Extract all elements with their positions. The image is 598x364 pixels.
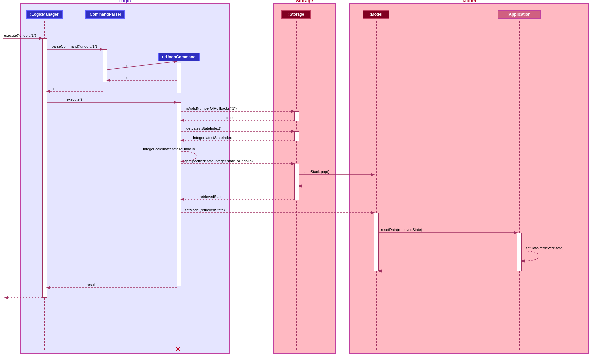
activation-storage-2	[294, 131, 299, 141]
msg-execute: execute()	[67, 97, 82, 101]
msg-resetdata: resetData(retrievedState)	[381, 228, 422, 232]
msg-parsecommand: parseCommand("undo u/1")	[52, 44, 97, 48]
logic-frame-label: Logic	[118, 0, 131, 3]
lifeline-terminator-undocommand: ✕	[175, 346, 180, 353]
msg-u-return1: u	[126, 76, 128, 80]
activation-application	[517, 233, 522, 271]
msg-integer-latest: Integer latestStateIndex	[193, 136, 232, 140]
lifeline-model: :Model	[363, 10, 389, 19]
activation-undocommand-2	[177, 102, 181, 286]
storage-frame: Storage	[273, 3, 336, 354]
activation-logicmanager	[42, 38, 47, 298]
msg-retrieved: retrievedState	[200, 195, 222, 199]
msg-integer-calculate: Integer calculateStateToUndoTo	[143, 147, 195, 151]
msg-setmodel: setModel(retrievedState)	[185, 208, 225, 212]
model-frame: Model	[349, 3, 589, 354]
msg-true: true	[226, 116, 233, 120]
lifeline-commandparser: :CommandParser	[85, 10, 125, 19]
model-frame-label: Model	[463, 0, 476, 3]
lifeline-line-model	[376, 21, 377, 350]
storage-frame-label: Storage	[296, 0, 313, 3]
msg-statestack: stateStack.pop()	[303, 170, 329, 174]
activation-undocommand-1	[177, 63, 181, 93]
msg-getlatest: getLatestStateIndex()	[186, 126, 221, 130]
lifeline-line-application	[519, 21, 520, 350]
activation-storage-1	[294, 111, 299, 121]
lifeline-storage: :Storage	[281, 10, 311, 19]
lifeline-undocommand: u:UndoCommand	[158, 53, 200, 61]
msg-u-return2: u	[52, 87, 54, 91]
msg-isvalid: isValidNumberOfRollbacks("1")	[186, 106, 237, 110]
lifeline-application: :Application	[498, 10, 541, 19]
msg-u-create: u	[126, 64, 128, 68]
msg-execute-undo: execute("undo u/1")	[4, 33, 36, 37]
msg-getspecified: getSpecifiedState(Integer stateToUndoTo)	[185, 159, 253, 163]
sequence-diagram: Logic Storage Model :LogicManager :Comma…	[0, 0, 598, 364]
msg-setdata: setData(retrievedState)	[526, 246, 564, 250]
activation-storage-3	[294, 164, 299, 200]
activation-commandparser-1	[103, 49, 107, 82]
msg-result: result	[87, 283, 96, 287]
lifeline-logicmanager: :LogicManager	[26, 10, 63, 19]
activation-model	[374, 213, 379, 271]
